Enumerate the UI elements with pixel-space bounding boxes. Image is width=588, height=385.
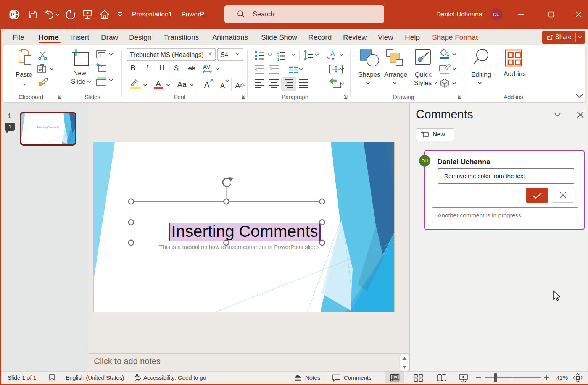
svg-text:This is a tutorial on how to i: This is a tutorial on how to insert comm… [37,130,60,131]
svg-text:P: P [11,11,14,18]
svg-text:Inserting Comments: Inserting Comments [37,126,59,129]
